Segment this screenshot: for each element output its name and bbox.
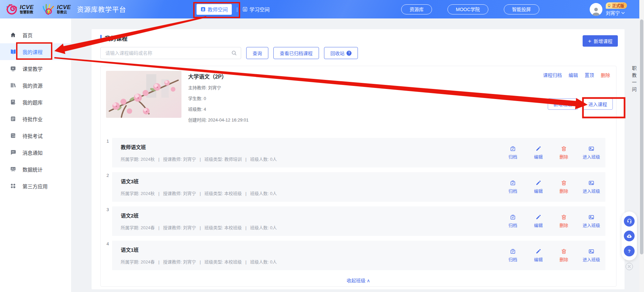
sidebar-item-my-resources[interactable]: 我的资源 <box>0 77 71 94</box>
course-summary: 大学语文（2P） 主持教师: 刘宵宁 学生数: 0 班级数: 4 创建时间: 2… <box>101 66 616 131</box>
sidebar-item-label: 消息通知 <box>22 149 43 156</box>
search-icon[interactable] <box>231 50 237 56</box>
scrollbar-track[interactable] <box>639 0 644 292</box>
sidebar-item-home[interactable]: 首页 <box>0 27 71 43</box>
sidebar-item-label: 数据统计 <box>22 166 43 173</box>
class-delete-action[interactable]: 删除 <box>557 214 571 228</box>
course-pin-link[interactable]: 置顶 <box>585 71 594 78</box>
search-input[interactable] <box>100 47 241 59</box>
nav-teacher-space[interactable]: 教师空间 <box>197 4 232 15</box>
collapse-row: 收起班级 ∧ <box>101 277 616 284</box>
avatar[interactable] <box>590 3 602 16</box>
logo-text: ICVE 智慧职教 <box>20 4 34 14</box>
sidebar-item-my-question-bank[interactable]: 我的题库 <box>0 94 71 110</box>
class-edit-action[interactable]: 编辑 <box>532 248 545 262</box>
user-menu[interactable]: 刘宵宁 <box>606 9 625 16</box>
header-pills: 资源库 MOOC学院 智能投屏 <box>401 0 539 18</box>
sidebar-item-pending-exams[interactable]: 100 待批考试 <box>0 127 71 144</box>
id-card-icon <box>588 180 594 186</box>
swirl-logo-icon <box>5 3 18 16</box>
header-user[interactable]: 正式版 刘宵宁 <box>590 0 627 18</box>
floating-helper-widget: ? <box>622 211 637 260</box>
class-edit-label: 编辑 <box>534 256 543 262</box>
collapse-classes-link[interactable]: 收起班级 ∧ <box>346 278 370 283</box>
class-edit-action[interactable]: 编辑 <box>532 146 545 160</box>
enter-class-label: 进入班级 <box>583 153 600 160</box>
trash-icon <box>561 146 567 152</box>
sidebar-item-message-notifications[interactable]: 消息通知 <box>0 144 71 161</box>
class-delete-label: 删除 <box>559 256 568 262</box>
user-name-label: 刘宵宁 <box>606 9 620 16</box>
enter-class-action[interactable]: 进入班级 <box>583 214 600 228</box>
class-archive-action[interactable]: 归档 <box>506 248 520 262</box>
sidebar-item-label: 我的课程 <box>22 48 43 55</box>
row-index: 4 <box>103 241 112 270</box>
sidebar-item-my-courses[interactable]: 我的课程 <box>0 43 71 60</box>
toolbar: 查询 查看已归档课程 回收站 ? <box>100 47 616 59</box>
id-card-icon <box>588 214 594 220</box>
class-archive-action[interactable]: 归档 <box>506 180 520 194</box>
course-delete-link[interactable]: 删除 <box>601 71 610 78</box>
help-icon[interactable]: ? <box>346 51 352 56</box>
class-archive-action[interactable]: 归档 <box>506 146 520 160</box>
close-widget-button[interactable] <box>626 263 633 270</box>
pill-mooc-academy[interactable]: MOOC学院 <box>447 4 488 14</box>
sidebar-item-data-statistics[interactable]: 数据统计 <box>0 161 71 178</box>
logo-sub: 智慧职教 <box>20 11 34 14</box>
class-row: 3 语文2班 所属学期: 2024春 | 授课教师: 刘宵宁 | 班级类型: 本… <box>103 206 605 236</box>
course-edit-link[interactable]: 编辑 <box>569 71 578 78</box>
query-button[interactable]: 查询 <box>246 47 268 59</box>
enter-class-action[interactable]: 进入班级 <box>583 248 600 262</box>
class-row-box: 教师语文班 所属学期: 2024秋 | 授课教师: 刘宵宁 | 班级类型: 教师… <box>112 138 605 167</box>
zhijiao-yiwen-tab[interactable]: 职教一问 <box>631 66 637 94</box>
question-mark-icon: ? <box>626 248 632 254</box>
course-archive-link[interactable]: 课程归档 <box>543 71 562 78</box>
my-courses-panel: 我的课程 查询 查看已归档课程 回收站 ? + 新增课程 <box>92 29 625 289</box>
apps-grid-icon <box>10 183 16 189</box>
id-card-icon <box>588 248 594 254</box>
class-delete-label: 删除 <box>559 153 568 160</box>
pencil-icon <box>535 214 541 220</box>
pill-smart-cast[interactable]: 智能投屏 <box>504 4 539 14</box>
video-play-icon <box>10 65 16 72</box>
class-delete-action[interactable]: 删除 <box>557 180 571 194</box>
query-button-label: 查询 <box>253 50 262 56</box>
class-archive-label: 归档 <box>508 222 517 228</box>
nav-learning-space[interactable]: 学习空间 <box>243 6 270 13</box>
pencil-icon <box>535 146 541 152</box>
download-button[interactable] <box>624 231 635 241</box>
search-box <box>100 47 241 59</box>
view-archived-courses-button[interactable]: 查看已归档课程 <box>273 47 319 59</box>
scrollbar-thumb[interactable] <box>640 19 643 254</box>
sidebar-item-third-party-apps[interactable]: 第三方应用 <box>0 178 71 194</box>
top-header: ICVE 智慧职教 ICVE 职教云 <box>0 0 644 18</box>
enter-class-action[interactable]: 进入班级 <box>583 146 600 160</box>
pencil-icon <box>535 180 541 186</box>
sidebar-item-classroom-teaching[interactable]: 课堂教学 <box>0 60 71 77</box>
add-course-button[interactable]: + 新增课程 <box>583 35 618 47</box>
course-created-time: 创建时间: 2024-04-12 16:29:01 <box>188 116 249 123</box>
enter-course-button[interactable]: 进入课程 <box>583 98 613 110</box>
class-delete-action[interactable]: 删除 <box>557 248 571 262</box>
home-icon <box>10 32 16 38</box>
class-archive-action[interactable]: 归档 <box>506 214 520 228</box>
customer-service-button[interactable] <box>624 216 635 227</box>
add-class-button[interactable]: 新增班级 <box>548 98 578 110</box>
course-student-count: 学生数: 0 <box>188 95 249 101</box>
recycle-bin-button[interactable]: 回收站 ? <box>324 47 358 59</box>
pill-resource-library[interactable]: 资源库 <box>401 4 432 14</box>
class-actions: 归档 编辑 删除 进入 <box>506 214 600 228</box>
archive-box-icon <box>510 180 516 186</box>
trash-icon <box>561 214 567 220</box>
logo-brand: ICVE <box>20 4 34 10</box>
sidebar-item-pending-homework[interactable]: 待批作业 <box>0 110 71 127</box>
class-delete-action[interactable]: 删除 <box>557 146 571 160</box>
svg-text:100: 100 <box>12 135 15 137</box>
chat-bubble-icon <box>10 149 16 156</box>
enter-class-action[interactable]: 进入班级 <box>583 180 600 194</box>
class-edit-action[interactable]: 编辑 <box>532 214 545 228</box>
course-host-teacher: 主持教师: 刘宵宁 <box>188 84 249 91</box>
nav-divider: | <box>236 7 238 12</box>
help-button[interactable]: ? <box>624 246 635 256</box>
class-edit-action[interactable]: 编辑 <box>532 180 545 194</box>
